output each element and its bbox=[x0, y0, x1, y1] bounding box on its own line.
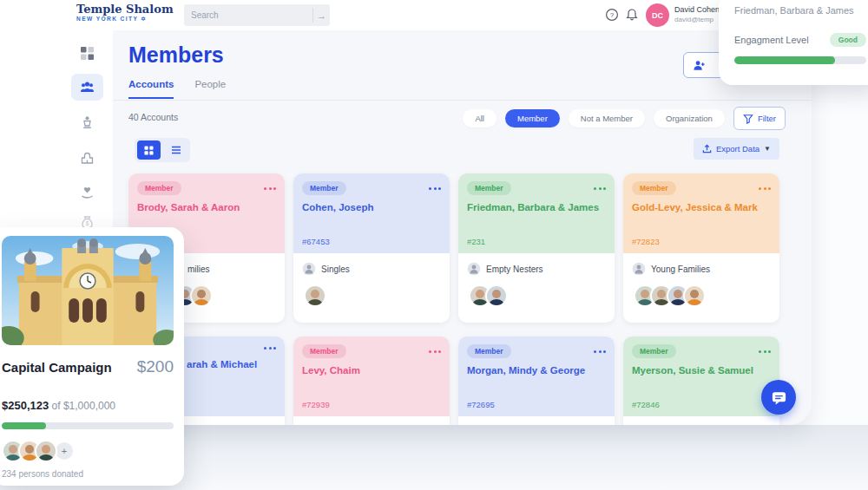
grid-view-button[interactable] bbox=[137, 140, 161, 160]
grid-view-icon bbox=[144, 146, 154, 155]
list-view-icon bbox=[171, 145, 181, 155]
segment-not-a-member[interactable]: Not a Member bbox=[569, 109, 645, 127]
sidebar-item-donations[interactable] bbox=[80, 185, 95, 199]
status-badge: Member bbox=[302, 181, 346, 195]
help-icon[interactable]: ? bbox=[605, 8, 619, 22]
account-name[interactable]: Myerson, Susie & Samuel bbox=[632, 365, 771, 376]
member-card-cohen[interactable]: Member Cohen, Joseph #67453 Singles bbox=[293, 173, 450, 323]
card-header: Member Levy, Chaim #72939 bbox=[293, 336, 450, 416]
sidebar-item-clergy[interactable] bbox=[80, 115, 95, 130]
card-menu-icon[interactable] bbox=[429, 185, 441, 193]
campaign-goal: $1,000,000 bbox=[63, 400, 115, 412]
member-card-levy[interactable]: Member Levy, Chaim #72939 23-24 Member P… bbox=[293, 336, 450, 425]
status-badge: Member bbox=[467, 181, 511, 195]
card-menu-icon[interactable] bbox=[759, 348, 771, 356]
member-card-friedman[interactable]: Member Friedman, Barbara & James #231 Em… bbox=[458, 173, 615, 323]
user-name: David Cohen bbox=[674, 5, 720, 15]
group-label: Empty Nesters bbox=[486, 265, 543, 274]
avatar-row bbox=[304, 284, 450, 307]
card-menu-icon[interactable] bbox=[429, 348, 441, 356]
card-menu-icon[interactable] bbox=[594, 348, 606, 356]
filter-button[interactable]: Filter bbox=[733, 107, 786, 130]
logo-title: Temple Shalom bbox=[76, 3, 174, 16]
sidebar-item-synagogue[interactable] bbox=[80, 150, 95, 165]
export-icon bbox=[702, 144, 712, 154]
account-name[interactable]: arah & Michael bbox=[187, 359, 276, 369]
status-badge: Member bbox=[302, 344, 346, 358]
engagement-status-badge: Good bbox=[830, 33, 866, 47]
engagement-card: Friedman, Barbara & James Engagment Leve… bbox=[719, 0, 868, 85]
card-header: Member Cohen, Joseph #67453 bbox=[293, 173, 450, 253]
person-add-icon bbox=[693, 59, 706, 72]
account-name[interactable]: Morgan, Mindy & George bbox=[467, 365, 606, 376]
account-number: #67453 bbox=[302, 237, 330, 246]
list-view-button[interactable] bbox=[164, 140, 187, 160]
campaign-raised-row: $250,123 of $1,000,000 bbox=[2, 399, 174, 412]
campaign-donors-caption: 234 persons donated bbox=[2, 469, 174, 479]
avatar-row bbox=[469, 284, 615, 307]
chat-button[interactable] bbox=[761, 380, 796, 415]
search-bar[interactable]: → bbox=[184, 4, 330, 26]
campaign-title: Capital Campaign bbox=[2, 360, 112, 375]
dashboard-grid-icon bbox=[80, 46, 95, 61]
tab-bar: Accounts People bbox=[128, 79, 226, 99]
svg-text:$: $ bbox=[86, 220, 89, 226]
screen: Temple Shalom NEW YORK CITY ✡ → ? DC Dav… bbox=[0, 0, 868, 490]
segment-member[interactable]: Member bbox=[505, 109, 560, 127]
search-submit-icon[interactable]: → bbox=[312, 8, 330, 23]
export-data-button[interactable]: Export Data ▼ bbox=[694, 138, 779, 160]
export-label: Export Data bbox=[716, 144, 760, 154]
bell-icon[interactable] bbox=[625, 7, 639, 21]
status-badge: Member bbox=[137, 181, 181, 195]
card-header: Member Friedman, Barbara & James #231 bbox=[458, 173, 615, 253]
tab-people[interactable]: People bbox=[194, 79, 226, 99]
avatar bbox=[35, 440, 57, 462]
members-people-icon bbox=[80, 80, 95, 95]
account-number: #231 bbox=[467, 237, 485, 246]
user-email: david@temp bbox=[674, 15, 720, 24]
card-menu-icon[interactable] bbox=[759, 185, 771, 193]
page-title: Members bbox=[128, 42, 224, 68]
card-menu-icon[interactable] bbox=[264, 344, 276, 352]
group-icon bbox=[302, 262, 316, 276]
group-icon bbox=[632, 262, 646, 276]
segment-organization[interactable]: Organization bbox=[654, 109, 725, 127]
segment-all[interactable]: All bbox=[463, 109, 496, 127]
sidebar-item-members[interactable] bbox=[71, 74, 103, 101]
account-name[interactable]: Cohen, Joseph bbox=[302, 202, 441, 212]
sidebar-item-dashboard[interactable] bbox=[80, 46, 95, 61]
card-header: Member Myerson, Susie & Samuel #72846 bbox=[623, 336, 779, 416]
campaign-raised: $250,123 bbox=[2, 399, 49, 412]
svg-text:?: ? bbox=[610, 11, 615, 19]
account-number: #72823 bbox=[632, 237, 660, 246]
group-row: Singles bbox=[302, 262, 441, 276]
campaign-of: of bbox=[52, 400, 61, 412]
tab-divider bbox=[113, 100, 812, 101]
group-label: Young Families bbox=[651, 265, 710, 274]
campaign-image bbox=[2, 236, 174, 345]
lectern-icon bbox=[80, 115, 95, 130]
card-menu-icon[interactable] bbox=[594, 185, 606, 193]
campaign-card[interactable]: Capital Campaign $200 $250,123 of $1,000… bbox=[0, 227, 184, 486]
account-name[interactable]: Brody, Sarah & Aaron bbox=[137, 202, 276, 212]
search-input[interactable] bbox=[184, 10, 312, 20]
user-avatar[interactable]: DC bbox=[646, 3, 669, 27]
temple-shalom-logo[interactable]: Temple Shalom NEW YORK CITY ✡ bbox=[76, 3, 174, 23]
account-number: #72939 bbox=[302, 400, 330, 409]
members-content: Members Accounts People 40 Accounts All … bbox=[113, 30, 812, 425]
group-row: Empty Nesters bbox=[467, 262, 606, 276]
card-menu-icon[interactable] bbox=[264, 185, 276, 193]
account-number: #72846 bbox=[632, 400, 660, 409]
engagement-progress-fill bbox=[734, 56, 835, 64]
account-name[interactable]: Friedman, Barbara & James bbox=[467, 202, 606, 212]
account-name[interactable]: Levy, Chaim bbox=[302, 365, 441, 376]
member-card-gold-levy[interactable]: Member Gold-Levy, Jessica & Mark #72823 … bbox=[623, 173, 779, 323]
avatar bbox=[485, 284, 508, 307]
member-card-myerson[interactable]: Member Myerson, Susie & Samuel #72846 Me… bbox=[623, 336, 779, 425]
member-card-morgan[interactable]: Member Morgan, Mindy & George #72695 Ove… bbox=[458, 336, 615, 425]
tab-accounts[interactable]: Accounts bbox=[128, 79, 174, 99]
user-info[interactable]: David Cohen david@temp bbox=[674, 5, 720, 24]
engagement-progress-bar bbox=[734, 56, 866, 64]
account-name[interactable]: Gold-Levy, Jessica & Mark bbox=[632, 202, 771, 212]
view-toggle-group bbox=[135, 138, 190, 162]
